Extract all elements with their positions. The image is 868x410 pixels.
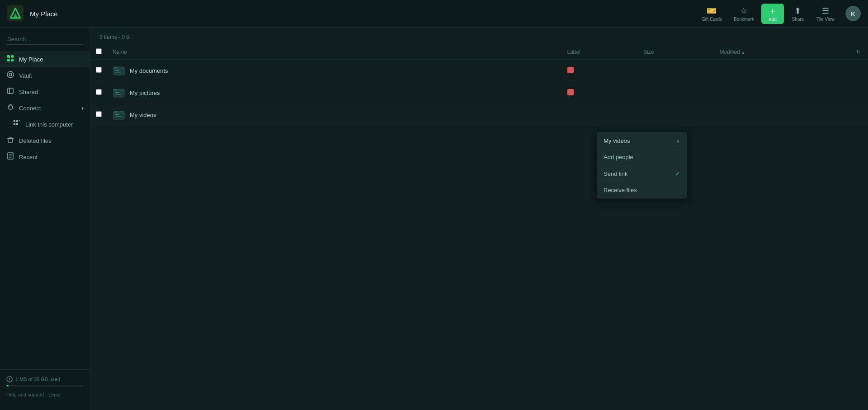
select-all-header xyxy=(90,45,107,60)
recent-icon xyxy=(6,152,14,161)
folder-icon xyxy=(113,86,125,99)
row-modified-cell xyxy=(714,82,851,104)
tile-view-icon: ☰ xyxy=(822,6,829,16)
vault-icon xyxy=(6,71,14,80)
sidebar-item-connect[interactable]: Connect ▾ xyxy=(0,100,90,116)
sidebar-item-label-link-computer: Link this computer xyxy=(25,121,73,128)
svg-rect-12 xyxy=(16,120,18,122)
label-dot xyxy=(567,89,574,95)
context-menu-item-receive-files[interactable]: Receive files xyxy=(597,182,687,198)
sidebar-footer: 1 MB of 35 GB used Help and support · Le… xyxy=(0,369,90,404)
search-wrap xyxy=(0,34,90,51)
svg-rect-28 xyxy=(115,92,119,93)
add-icon: ＋ xyxy=(769,5,777,16)
receive-files-label: Receive files xyxy=(604,187,637,193)
context-menu: My videos ▲ Add people Send link ✓ Recei… xyxy=(597,132,687,198)
table-row[interactable]: My videos xyxy=(90,104,868,126)
row-name-cell: My videos xyxy=(107,104,562,126)
row-checkbox[interactable] xyxy=(96,89,102,95)
sidebar-item-vault[interactable]: Vault xyxy=(0,67,90,84)
main-toolbar: 3 items - 0 B xyxy=(90,28,868,45)
sidebar-item-label-deleted: Deleted files xyxy=(19,137,52,144)
legal-link[interactable]: Legal xyxy=(48,392,61,397)
col-header-size[interactable]: Size xyxy=(638,45,714,60)
file-name: My documents xyxy=(130,67,168,74)
file-row-name: My pictures xyxy=(113,86,557,99)
col-header-modified[interactable]: Modified xyxy=(714,45,851,60)
header: My Place 🎫 Gift Cards ☆ Bookmark ＋ Add ⬆… xyxy=(0,0,868,28)
row-size-cell xyxy=(638,82,714,104)
context-menu-item-send-link[interactable]: Send link ✓ xyxy=(597,165,687,182)
svg-rect-9 xyxy=(8,88,13,94)
row-size-cell xyxy=(638,60,714,82)
context-menu-item-add-people[interactable]: Add people xyxy=(597,149,687,165)
sidebar-item-label-shared: Shared xyxy=(19,89,38,95)
share-icon: ⬆ xyxy=(794,6,801,16)
svg-point-23 xyxy=(9,380,9,381)
tile-view-button[interactable]: ☰ Tile View xyxy=(812,4,839,24)
context-menu-header[interactable]: My videos ▲ xyxy=(597,133,687,149)
add-button[interactable]: ＋ Add xyxy=(761,4,784,24)
storage-info: 1 MB of 35 GB used xyxy=(6,376,84,382)
select-all-checkbox[interactable] xyxy=(96,48,102,54)
chevron-up-icon: ▲ xyxy=(676,138,680,143)
shared-icon xyxy=(6,87,14,96)
avatar[interactable]: K xyxy=(845,6,861,21)
svg-rect-4 xyxy=(11,55,14,58)
sidebar-item-label-vault: Vault xyxy=(19,72,32,79)
share-label: Share xyxy=(792,17,804,22)
bookmark-icon: ☆ xyxy=(740,6,747,16)
file-table-body: My documents xyxy=(90,60,868,126)
row-label-cell xyxy=(562,104,638,126)
col-header-label[interactable]: Label xyxy=(562,45,638,60)
row-modified-cell xyxy=(714,60,851,82)
refresh-icon[interactable]: ↻ xyxy=(856,49,861,55)
bookmark-button[interactable]: ☆ Bookmark xyxy=(729,4,759,24)
storage-bar-fill xyxy=(6,385,9,386)
sidebar-item-link-computer[interactable]: Link this computer xyxy=(0,116,90,132)
main-content: 3 items - 0 B Name Label Size Modified ↻ xyxy=(90,28,868,410)
header-actions: 🎫 Gift Cards ☆ Bookmark ＋ Add ⬆ Share ☰ … xyxy=(697,4,861,24)
gift-cards-button[interactable]: 🎫 Gift Cards xyxy=(697,4,726,24)
row-checkbox[interactable] xyxy=(96,67,102,73)
svg-point-7 xyxy=(7,71,14,78)
sidebar-item-deleted-files[interactable]: Deleted files xyxy=(0,132,90,149)
svg-rect-3 xyxy=(7,55,10,58)
storage-bar xyxy=(6,385,84,386)
svg-rect-11 xyxy=(14,120,15,122)
row-checkbox-cell xyxy=(90,60,107,82)
file-table: Name Label Size Modified ↻ xyxy=(90,45,868,126)
sidebar-item-recent[interactable]: Recent xyxy=(0,149,90,165)
table-row[interactable]: My documents xyxy=(90,60,868,82)
svg-rect-32 xyxy=(115,116,121,117)
app-logo[interactable] xyxy=(7,5,30,23)
app-title: My Place xyxy=(30,10,58,18)
col-header-refresh[interactable]: ↻ xyxy=(851,45,868,60)
add-label: Add xyxy=(769,17,777,22)
row-action-cell xyxy=(851,82,868,104)
sidebar-item-shared[interactable]: Shared xyxy=(0,84,90,100)
row-size-cell xyxy=(638,104,714,126)
help-links: Help and support · Legal xyxy=(6,392,84,397)
folder-icon xyxy=(113,64,125,77)
col-header-name[interactable]: Name xyxy=(107,45,562,60)
svg-rect-15 xyxy=(19,120,20,121)
storage-text: 1 MB of 35 GB used xyxy=(15,377,60,382)
file-table-header: Name Label Size Modified ↻ xyxy=(90,45,868,60)
my-place-icon xyxy=(6,55,14,64)
sidebar-item-my-place[interactable]: My Place xyxy=(0,51,90,67)
row-action-cell xyxy=(851,104,868,126)
table-row[interactable]: My pictures xyxy=(90,82,868,104)
svg-rect-26 xyxy=(115,72,121,73)
search-input[interactable] xyxy=(6,34,84,45)
help-support-link[interactable]: Help and support xyxy=(6,392,44,397)
file-row-name: My documents xyxy=(113,64,557,77)
row-checkbox[interactable] xyxy=(96,111,102,117)
deleted-files-icon xyxy=(6,136,14,145)
bookmark-label: Bookmark xyxy=(734,17,754,22)
svg-rect-31 xyxy=(115,114,119,115)
share-button[interactable]: ⬆ Share xyxy=(787,4,809,24)
svg-rect-14 xyxy=(16,123,18,125)
send-link-label: Send link xyxy=(604,170,627,177)
file-row-name: My videos xyxy=(113,108,557,121)
